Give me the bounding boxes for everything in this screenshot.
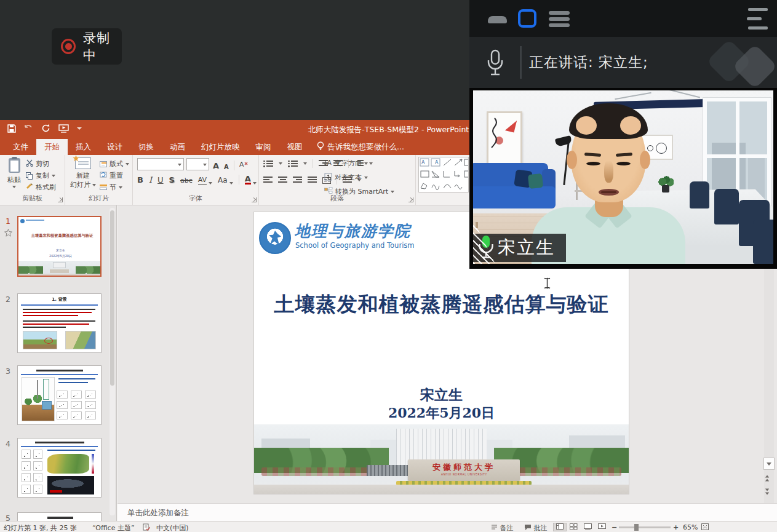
school-logo bbox=[259, 222, 291, 254]
bold-button[interactable]: B bbox=[137, 175, 143, 185]
paste-button[interactable]: 粘贴 bbox=[5, 158, 23, 188]
text-shadow-button[interactable]: S bbox=[169, 175, 175, 185]
text-direction-icon: A bbox=[324, 159, 332, 169]
layout-button[interactable]: 版式 bbox=[100, 158, 129, 170]
slide-thumbnail-2[interactable]: 1. 背景 bbox=[17, 293, 102, 353]
text-direction-button[interactable]: A 文字方向 bbox=[324, 157, 394, 169]
tab-animations[interactable]: 动画 bbox=[162, 139, 193, 155]
align-right-icon[interactable] bbox=[293, 177, 302, 184]
tab-transitions[interactable]: 切换 bbox=[130, 139, 162, 155]
font-group: A A A B I U S abc AV Aa A 字体 bbox=[133, 155, 259, 205]
font-name-combo[interactable] bbox=[137, 158, 184, 170]
clipboard-dialog-launcher[interactable] bbox=[58, 197, 63, 202]
next-slide-button[interactable] bbox=[765, 488, 770, 495]
slide-sorter-view-button[interactable] bbox=[570, 523, 578, 532]
slide-author-text[interactable]: 宋立生 bbox=[254, 386, 629, 405]
strikethrough-button[interactable]: abc bbox=[180, 177, 193, 185]
reset-icon bbox=[100, 172, 107, 180]
normal-view-button[interactable] bbox=[553, 523, 567, 531]
zoom-slider[interactable] bbox=[619, 526, 671, 528]
tab-review[interactable]: 审阅 bbox=[248, 139, 279, 155]
ibeam-cursor bbox=[543, 277, 551, 292]
tell-me-box[interactable]: 告诉我您想要做什么... bbox=[311, 139, 410, 155]
brush-icon bbox=[26, 183, 33, 192]
grow-font-button[interactable]: A bbox=[213, 161, 219, 170]
font-dialog-launcher[interactable] bbox=[252, 197, 257, 202]
clipboard-icon bbox=[9, 158, 20, 173]
gate-stone: 安徽师范大学 ANHUI NORMAL UNIVERSITY bbox=[408, 459, 520, 481]
theme-name[interactable]: “Office 主题” bbox=[92, 523, 135, 532]
align-left-icon[interactable] bbox=[263, 177, 273, 184]
italic-button[interactable]: I bbox=[149, 175, 152, 185]
language-indicator[interactable]: 中文(中国) bbox=[156, 523, 189, 532]
underline-button[interactable]: U bbox=[157, 175, 164, 185]
numbering-icon[interactable] bbox=[288, 160, 298, 167]
spellcheck-icon[interactable] bbox=[143, 523, 150, 532]
zoom-out-button[interactable]: − bbox=[612, 523, 617, 531]
chair bbox=[753, 220, 773, 264]
slide-thumbnail-panel: 1 土壤蒸发和植被蒸腾遥感估算与验证 宋立生 2022年5月20日 2 1. 背… bbox=[0, 205, 117, 521]
gate-name-text: 安徽师范大学 bbox=[408, 462, 520, 473]
font-size-combo[interactable] bbox=[186, 158, 209, 170]
comments-toggle[interactable]: 批注 bbox=[524, 523, 548, 532]
align-text-button[interactable]: 对齐文本 bbox=[324, 172, 394, 183]
clear-formatting-button[interactable]: A bbox=[239, 159, 248, 170]
notes-pane[interactable]: 单击此处添加备注 bbox=[118, 503, 777, 521]
cut-button[interactable]: 剪切 bbox=[26, 158, 56, 170]
participant-name: 宋立生 bbox=[498, 236, 555, 260]
paragraph-dialog-launcher[interactable] bbox=[408, 197, 413, 202]
tab-file[interactable]: 文件 bbox=[5, 139, 36, 155]
reading-view-button[interactable] bbox=[584, 523, 592, 532]
eyebrow bbox=[584, 153, 601, 157]
section-icon bbox=[100, 185, 107, 191]
section-button[interactable]: 节 bbox=[100, 181, 129, 193]
previous-slide-button[interactable] bbox=[765, 475, 770, 482]
zoom-level[interactable]: 65% bbox=[683, 523, 698, 531]
slide-thumbnail-4[interactable] bbox=[17, 438, 102, 498]
reset-button[interactable]: 重置 bbox=[100, 170, 129, 181]
tab-slideshow[interactable]: 幻灯片放映 bbox=[193, 139, 248, 155]
slide-title-text[interactable]: 土壤蒸发和植被蒸腾遥感估算与验证 bbox=[254, 291, 629, 319]
tab-view[interactable]: 视图 bbox=[279, 139, 311, 155]
slide-date-text[interactable]: 2022年5月20日 bbox=[254, 404, 629, 423]
justify-icon[interactable] bbox=[308, 177, 317, 184]
copy-button[interactable]: 复制 bbox=[26, 170, 56, 181]
video-scene: 宋立生 bbox=[473, 90, 773, 264]
shrink-font-button[interactable]: A bbox=[224, 164, 229, 170]
font-format-row: B I U S abc AV Aa A bbox=[137, 175, 257, 185]
shapes-gallery[interactable]: A A bbox=[418, 157, 469, 193]
recording-label: 录制中 bbox=[83, 30, 122, 64]
tab-home[interactable]: 开始 bbox=[36, 139, 68, 155]
notes-toggle[interactable]: 备注 bbox=[491, 523, 514, 532]
slide-thumbnail-3[interactable] bbox=[17, 365, 102, 425]
scroll-down-button[interactable] bbox=[763, 458, 775, 470]
change-case-button[interactable]: Aa bbox=[218, 176, 228, 185]
thumbnail-scrollbar[interactable] bbox=[110, 208, 115, 515]
minimize-icon[interactable] bbox=[488, 16, 507, 23]
fit-slide-button[interactable] bbox=[701, 523, 709, 532]
participant-video[interactable]: 宋立生 bbox=[469, 88, 777, 269]
restore-window-icon[interactable] bbox=[518, 9, 536, 28]
head bbox=[571, 106, 646, 202]
svg-text:A: A bbox=[327, 159, 332, 166]
slide-thumbnail-1[interactable]: 土壤蒸发和植被蒸腾遥感估算与验证 宋立生 2022年5月20日 bbox=[17, 216, 102, 277]
font-color-button[interactable]: A bbox=[245, 175, 251, 185]
eye bbox=[616, 162, 631, 165]
tab-insert[interactable]: 插入 bbox=[68, 139, 99, 155]
notes-placeholder[interactable]: 单击此处添加备注 bbox=[127, 508, 777, 518]
zoom-slider-thumb[interactable] bbox=[634, 524, 639, 531]
new-slide-button[interactable]: 新建 幻灯片 bbox=[70, 157, 97, 189]
tab-design[interactable]: 设计 bbox=[99, 139, 130, 155]
collapse-panel-icon[interactable] bbox=[747, 8, 769, 30]
menu-icon[interactable] bbox=[549, 11, 570, 30]
zoom-in-button[interactable]: + bbox=[673, 523, 679, 531]
align-center-icon[interactable] bbox=[278, 177, 287, 184]
slide-position: 幻灯片第 1 张, 共 25 张 bbox=[4, 523, 77, 532]
svg-text:A: A bbox=[421, 160, 425, 165]
format-painter-button[interactable]: 格式刷 bbox=[26, 181, 56, 193]
clipboard-group: 粘贴 剪切 复制 bbox=[0, 155, 65, 205]
bullets-icon[interactable] bbox=[263, 160, 273, 167]
new-slide-icon bbox=[75, 157, 91, 169]
char-spacing-button[interactable]: AV bbox=[198, 176, 207, 185]
slideshow-view-button[interactable] bbox=[598, 523, 606, 532]
